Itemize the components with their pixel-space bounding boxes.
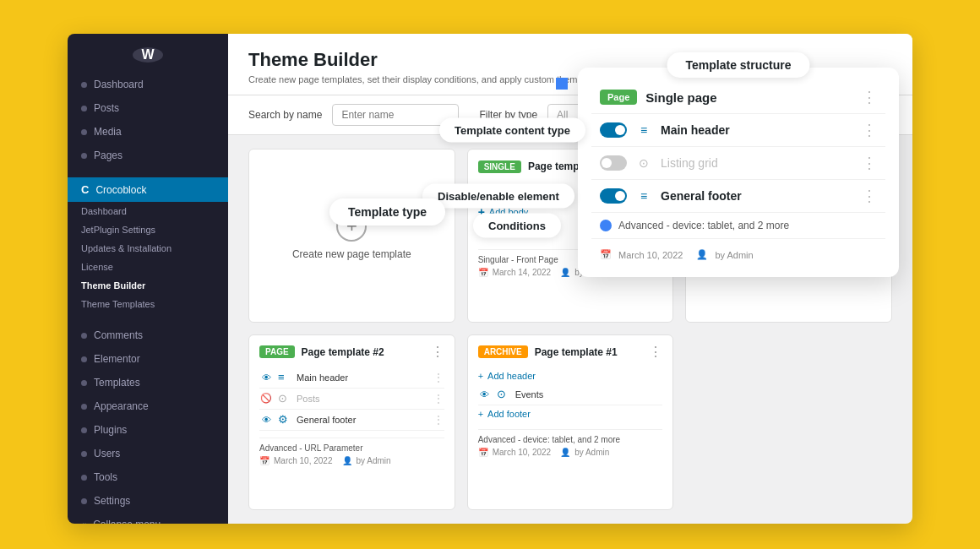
card-4-footer: Singular - Front Page 📅 March 14, 2022 👤… — [478, 249, 663, 277]
el-2-menu-btn[interactable]: ⋮ — [433, 392, 444, 405]
card-4-badge: Single — [478, 160, 521, 173]
card-1-header: Archive Page template #1 ⋮ — [478, 345, 663, 359]
card-page-template-2: Page Page template #2 ⋮ 👁 ≡ Main header … — [248, 334, 455, 511]
new-template-plus-icon: + — [336, 211, 367, 242]
card-3-footer: Adv... — [696, 239, 881, 254]
dashboard-dot-icon — [81, 82, 87, 88]
sidebar: W Dashboard Posts Media Pages C Crocoblo… — [68, 34, 228, 524]
collapse-icon: « — [81, 519, 86, 524]
main-header-icon: ≡ — [278, 371, 291, 384]
add-header-plus-icon: + — [478, 185, 485, 198]
sidebar-sub-dashboard[interactable]: Dashboard — [68, 202, 228, 220]
card-2-conditions: Advanced - URL Parameter — [259, 443, 444, 453]
card-1-menu-btn[interactable]: ⋮ — [649, 345, 662, 359]
card-1-el-events: 👁 ⊙ Events — [478, 384, 663, 405]
add-h-plus-icon: + — [478, 371, 483, 381]
card-1-title: Page template #1 — [535, 346, 650, 358]
sidebar-item-crocoblock[interactable]: C Crocoblock — [68, 177, 228, 202]
sidebar-item-tools[interactable]: Tools — [68, 465, 228, 489]
main-content: Theme Builder Create new page templates,… — [228, 34, 912, 524]
card-4-add-footer[interactable]: + Add footer — [478, 222, 663, 242]
card-3-badge: Archive — [696, 160, 746, 173]
card-page-template-4: Single Page template #4 ⋮ + Add header +… — [467, 149, 674, 323]
card-4-date: 📅 March 14, 2022 👤 by Admin — [478, 268, 663, 277]
card-3-conditions: Adv... — [696, 245, 881, 254]
card-page-template-1: Archive Page template #1 ⋮ + Add header … — [467, 334, 674, 511]
author-icon-2: 👤 — [342, 456, 352, 465]
calendar-icon-2: 📅 — [259, 456, 270, 465]
card-1-footer: Advanced - device: tablet, and 2 more 📅 … — [478, 429, 663, 457]
card-2-el-1: 👁 ≡ Main header ⋮ — [259, 367, 444, 389]
card-3-title: Page template #3 — [753, 160, 868, 172]
eye-on-icon-2[interactable]: 👁 — [259, 413, 273, 427]
card-2-badge: Page — [259, 345, 295, 358]
sidebar-sub-license[interactable]: License — [68, 258, 228, 276]
calendar-icon-3: 📅 — [478, 448, 488, 457]
card-2-date: 📅 March 10, 2022 👤 by Admin — [259, 456, 444, 465]
tools-dot-icon — [81, 475, 87, 481]
page-header: Theme Builder Create new page templates,… — [228, 34, 912, 95]
card-3-empty — [696, 182, 881, 232]
el-3-menu-btn[interactable]: ⋮ — [433, 413, 444, 427]
posts-icon: ⊙ — [278, 392, 291, 405]
main-wrapper: W Dashboard Posts Media Pages C Crocoblo… — [68, 34, 912, 524]
author-icon-3: 👤 — [560, 448, 570, 457]
sidebar-sub-jetplugin[interactable]: JetPlugin Settings — [68, 220, 228, 239]
card-4-add-body[interactable]: + Add body — [478, 202, 663, 222]
sidebar-item-collapse[interactable]: « Collapse menu — [68, 513, 228, 524]
calendar-icon: 📅 — [478, 268, 488, 277]
search-label: Search by name — [248, 109, 322, 121]
card-3-header: Archive Page template #3 ⋮ — [696, 160, 881, 173]
elementor-dot-icon — [81, 356, 87, 362]
sidebar-sub-theme-builder[interactable]: Theme Builder — [68, 276, 228, 295]
add-body-plus-icon: + — [478, 205, 485, 219]
search-input[interactable] — [332, 104, 459, 126]
sidebar-item-appearance[interactable]: Appearance — [68, 394, 228, 418]
sidebar-item-settings[interactable]: Settings — [68, 489, 228, 513]
author-icon: 👤 — [560, 268, 570, 277]
card-1-add-header[interactable]: + Add header — [478, 367, 663, 384]
sidebar-item-posts[interactable]: Posts — [68, 96, 228, 120]
sidebar-item-media[interactable]: Media — [68, 120, 228, 144]
sidebar-item-comments[interactable]: Comments — [68, 323, 228, 347]
sidebar-item-pages[interactable]: Pages — [68, 144, 228, 167]
sidebar-item-templates[interactable]: Templates — [68, 371, 228, 394]
general-footer-icon: ⚙ — [278, 413, 291, 427]
sidebar-item-dashboard[interactable]: Dashboard — [68, 73, 228, 96]
posts-dot-icon — [81, 106, 87, 111]
comments-dot-icon — [81, 333, 87, 339]
card-2-title: Page template #2 — [302, 346, 431, 358]
add-footer-plus-icon: + — [478, 226, 485, 239]
import-button[interactable]: ↓ Import pa... — [811, 104, 892, 126]
sidebar-sub-theme-templates[interactable]: Theme Templates — [68, 295, 228, 313]
templates-dot-icon — [81, 380, 87, 386]
card-2-menu-btn[interactable]: ⋮ — [431, 345, 444, 359]
filter-input[interactable] — [547, 104, 598, 126]
card-4-add-header[interactable]: + Add header — [478, 182, 663, 202]
el-1-menu-btn[interactable]: ⋮ — [433, 371, 444, 384]
pages-dot-icon — [81, 153, 87, 159]
card-4-menu-btn[interactable]: ⋮ — [649, 160, 662, 173]
card-2-header: Page Page template #2 ⋮ — [259, 345, 444, 359]
page-subtitle: Create new page templates, set their dis… — [248, 74, 892, 84]
sidebar-item-plugins[interactable]: Plugins — [68, 418, 228, 442]
posts-name: Posts — [297, 394, 427, 404]
general-footer-name: General footer — [297, 415, 427, 425]
card-1-add-footer[interactable]: + Add footer — [478, 405, 663, 422]
card-1-conditions: Advanced - device: tablet, and 2 more — [478, 435, 663, 444]
card-4-conditions: Singular - Front Page — [478, 255, 663, 264]
sidebar-item-elementor[interactable]: Elementor — [68, 347, 228, 371]
eye-off-icon[interactable]: 🚫 — [259, 392, 273, 405]
eye-on-icon-3[interactable]: 👁 — [478, 388, 492, 401]
card-3-menu-btn[interactable]: ⋮ — [868, 160, 881, 173]
card-1-date: 📅 March 10, 2022 👤 by Admin — [478, 448, 663, 457]
main-header-name: Main header — [297, 372, 427, 383]
media-dot-icon — [81, 129, 87, 135]
page-title: Theme Builder — [248, 49, 892, 71]
card-1-badge: Archive — [478, 345, 528, 358]
new-template-card[interactable]: + Create new page template — [248, 149, 455, 323]
sidebar-sub-updates[interactable]: Updates & Installation — [68, 239, 228, 258]
sidebar-item-users[interactable]: Users — [68, 442, 228, 465]
card-4-title: Page template #4 — [528, 160, 649, 172]
eye-on-icon[interactable]: 👁 — [259, 371, 273, 384]
